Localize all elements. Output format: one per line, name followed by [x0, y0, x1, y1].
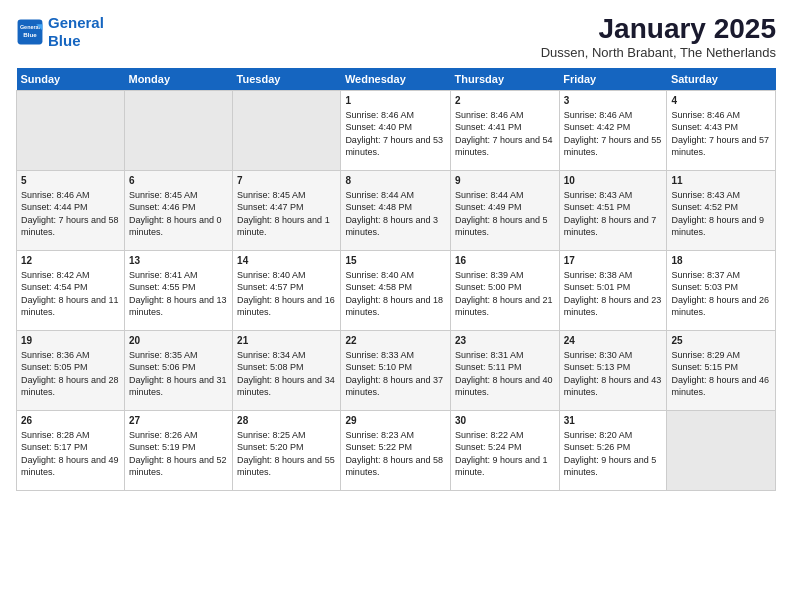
cell-text: Daylight: 8 hours and 58 minutes. [345, 454, 446, 478]
cell-text: Sunset: 5:26 PM [564, 441, 663, 453]
day-number: 11 [671, 174, 771, 188]
cell-text: Daylight: 8 hours and 40 minutes. [455, 374, 555, 398]
calendar-cell: 10Sunrise: 8:43 AMSunset: 4:51 PMDayligh… [559, 170, 667, 250]
cell-text: Sunset: 4:51 PM [564, 201, 663, 213]
cell-text: Sunset: 4:54 PM [21, 281, 120, 293]
day-number: 28 [237, 414, 336, 428]
cell-text: Sunset: 5:17 PM [21, 441, 120, 453]
day-number: 21 [237, 334, 336, 348]
day-number: 13 [129, 254, 228, 268]
calendar-cell [667, 410, 776, 490]
cell-text: Daylight: 8 hours and 55 minutes. [237, 454, 336, 478]
day-number: 3 [564, 94, 663, 108]
calendar-cell: 28Sunrise: 8:25 AMSunset: 5:20 PMDayligh… [233, 410, 341, 490]
calendar-cell: 23Sunrise: 8:31 AMSunset: 5:11 PMDayligh… [450, 330, 559, 410]
day-number: 30 [455, 414, 555, 428]
cell-text: Daylight: 8 hours and 43 minutes. [564, 374, 663, 398]
cell-text: Daylight: 7 hours and 57 minutes. [671, 134, 771, 158]
day-number: 24 [564, 334, 663, 348]
day-number: 29 [345, 414, 446, 428]
day-number: 27 [129, 414, 228, 428]
cell-text: Daylight: 7 hours and 53 minutes. [345, 134, 446, 158]
calendar-cell: 5Sunrise: 8:46 AMSunset: 4:44 PMDaylight… [17, 170, 125, 250]
cell-text: Daylight: 9 hours and 1 minute. [455, 454, 555, 478]
col-thursday: Thursday [450, 68, 559, 91]
cell-text: Sunrise: 8:44 AM [345, 189, 446, 201]
day-number: 22 [345, 334, 446, 348]
cell-text: Sunrise: 8:43 AM [564, 189, 663, 201]
cell-text: Daylight: 7 hours and 55 minutes. [564, 134, 663, 158]
cell-text: Sunset: 5:11 PM [455, 361, 555, 373]
cell-text: Daylight: 8 hours and 37 minutes. [345, 374, 446, 398]
cell-text: Sunset: 5:01 PM [564, 281, 663, 293]
week-row-5: 26Sunrise: 8:28 AMSunset: 5:17 PMDayligh… [17, 410, 776, 490]
cell-text: Sunset: 5:24 PM [455, 441, 555, 453]
cell-text: Sunset: 5:00 PM [455, 281, 555, 293]
header-row: Sunday Monday Tuesday Wednesday Thursday… [17, 68, 776, 91]
calendar-cell: 21Sunrise: 8:34 AMSunset: 5:08 PMDayligh… [233, 330, 341, 410]
cell-text: Sunrise: 8:22 AM [455, 429, 555, 441]
logo-icon: General Blue [16, 18, 44, 46]
cell-text: Daylight: 7 hours and 58 minutes. [21, 214, 120, 238]
cell-text: Sunset: 4:40 PM [345, 121, 446, 133]
day-number: 23 [455, 334, 555, 348]
calendar-cell: 24Sunrise: 8:30 AMSunset: 5:13 PMDayligh… [559, 330, 667, 410]
cell-text: Sunset: 4:43 PM [671, 121, 771, 133]
cell-text: Sunset: 5:20 PM [237, 441, 336, 453]
day-number: 8 [345, 174, 446, 188]
cell-text: Sunset: 5:13 PM [564, 361, 663, 373]
cell-text: Sunrise: 8:35 AM [129, 349, 228, 361]
day-number: 17 [564, 254, 663, 268]
calendar-cell: 9Sunrise: 8:44 AMSunset: 4:49 PMDaylight… [450, 170, 559, 250]
day-number: 19 [21, 334, 120, 348]
calendar-table: Sunday Monday Tuesday Wednesday Thursday… [16, 68, 776, 491]
cell-text: Daylight: 8 hours and 11 minutes. [21, 294, 120, 318]
calendar-cell: 2Sunrise: 8:46 AMSunset: 4:41 PMDaylight… [450, 90, 559, 170]
cell-text: Sunrise: 8:45 AM [237, 189, 336, 201]
cell-text: Sunrise: 8:36 AM [21, 349, 120, 361]
cell-text: Sunrise: 8:46 AM [21, 189, 120, 201]
cell-text: Daylight: 8 hours and 5 minutes. [455, 214, 555, 238]
cell-text: Sunset: 5:05 PM [21, 361, 120, 373]
day-number: 9 [455, 174, 555, 188]
day-number: 26 [21, 414, 120, 428]
day-number: 31 [564, 414, 663, 428]
calendar-cell [124, 90, 232, 170]
calendar-cell [233, 90, 341, 170]
cell-text: Daylight: 8 hours and 9 minutes. [671, 214, 771, 238]
week-row-3: 12Sunrise: 8:42 AMSunset: 4:54 PMDayligh… [17, 250, 776, 330]
cell-text: Sunrise: 8:34 AM [237, 349, 336, 361]
calendar-cell: 12Sunrise: 8:42 AMSunset: 4:54 PMDayligh… [17, 250, 125, 330]
cell-text: Sunset: 4:57 PM [237, 281, 336, 293]
cell-text: Sunrise: 8:40 AM [345, 269, 446, 281]
cell-text: Daylight: 9 hours and 5 minutes. [564, 454, 663, 478]
cell-text: Daylight: 8 hours and 7 minutes. [564, 214, 663, 238]
logo-text: GeneralBlue [48, 14, 104, 50]
cell-text: Daylight: 8 hours and 23 minutes. [564, 294, 663, 318]
calendar-cell: 1Sunrise: 8:46 AMSunset: 4:40 PMDaylight… [341, 90, 451, 170]
cell-text: Daylight: 8 hours and 21 minutes. [455, 294, 555, 318]
cell-text: Daylight: 7 hours and 54 minutes. [455, 134, 555, 158]
cell-text: Sunrise: 8:41 AM [129, 269, 228, 281]
cell-text: Sunset: 5:06 PM [129, 361, 228, 373]
col-sunday: Sunday [17, 68, 125, 91]
cell-text: Sunset: 4:47 PM [237, 201, 336, 213]
cell-text: Sunset: 5:22 PM [345, 441, 446, 453]
cell-text: Sunrise: 8:46 AM [671, 109, 771, 121]
cell-text: Sunset: 4:41 PM [455, 121, 555, 133]
cell-text: Sunrise: 8:43 AM [671, 189, 771, 201]
cell-text: Daylight: 8 hours and 16 minutes. [237, 294, 336, 318]
cell-text: Sunset: 5:19 PM [129, 441, 228, 453]
week-row-4: 19Sunrise: 8:36 AMSunset: 5:05 PMDayligh… [17, 330, 776, 410]
logo: General Blue GeneralBlue [16, 14, 104, 50]
col-monday: Monday [124, 68, 232, 91]
cell-text: Sunrise: 8:29 AM [671, 349, 771, 361]
cell-text: Sunset: 5:08 PM [237, 361, 336, 373]
cell-text: Daylight: 8 hours and 52 minutes. [129, 454, 228, 478]
calendar-cell: 14Sunrise: 8:40 AMSunset: 4:57 PMDayligh… [233, 250, 341, 330]
cell-text: Daylight: 8 hours and 49 minutes. [21, 454, 120, 478]
cell-text: Daylight: 8 hours and 1 minute. [237, 214, 336, 238]
cell-text: Sunrise: 8:20 AM [564, 429, 663, 441]
cell-text: Daylight: 8 hours and 3 minutes. [345, 214, 446, 238]
cell-text: Sunrise: 8:38 AM [564, 269, 663, 281]
